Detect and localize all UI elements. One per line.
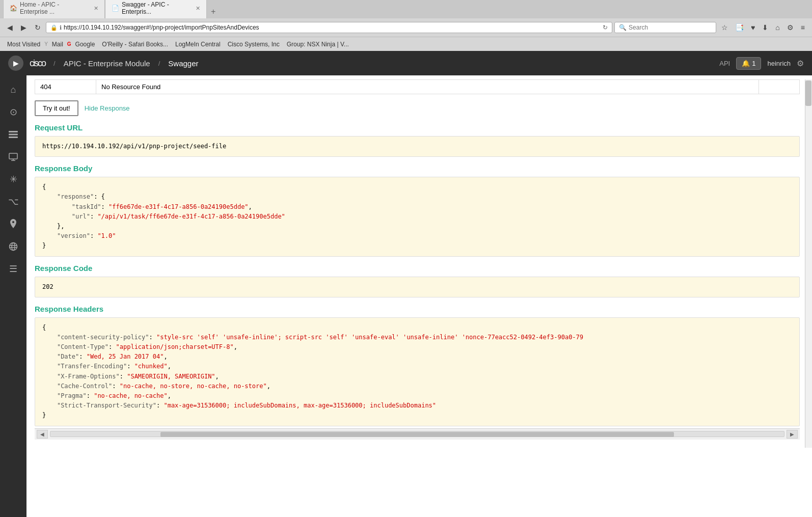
response-headers-title: Response Headers xyxy=(35,305,800,313)
bookmark-google-icon: G xyxy=(67,41,71,47)
search-input[interactable] xyxy=(629,24,710,31)
reload-icon-small[interactable]: ↻ xyxy=(603,24,608,31)
bookmark-cisco[interactable]: Cisco Systems, Inc xyxy=(225,40,283,49)
svg-rect-3 xyxy=(9,153,17,159)
table-cell-code: 404 xyxy=(35,80,96,94)
bookmark-logmein[interactable]: LogMeIn Central xyxy=(172,40,224,49)
sidebar-item-globe[interactable] xyxy=(3,236,23,257)
header-gear-icon[interactable]: ⚙ xyxy=(797,59,804,68)
sidebar-item-asterisk[interactable]: ✳ xyxy=(3,169,23,189)
search-icon: 🔍 xyxy=(619,24,627,31)
header-api-label: API xyxy=(719,60,730,67)
lock-icon: 🔒 xyxy=(50,24,58,31)
table-row: 404 No Resource Found xyxy=(35,80,800,94)
bookmark-oreilly[interactable]: O'Reilly - Safari Books... xyxy=(99,40,171,49)
request-url-box: https://10.194.10.192/api/v1/pnp-project… xyxy=(35,136,800,157)
nav-actions: ☆ 📑 ♥ ⬇ ⌂ ⚙ ≡ xyxy=(718,21,808,34)
scrollbar-thumb[interactable] xyxy=(805,80,811,106)
bookmark-google[interactable]: Google xyxy=(72,40,98,49)
back-button[interactable]: ◀ xyxy=(4,21,16,34)
sidebar-item-list[interactable]: ☰ xyxy=(3,259,23,279)
request-url-title: Request URL xyxy=(35,123,800,132)
header-separator: / xyxy=(53,60,56,67)
header-separator2: / xyxy=(158,60,160,67)
svg-rect-2 xyxy=(9,137,18,138)
tab-swagger-label: Swagger - APIC - Enterpris... xyxy=(122,1,191,15)
download-button[interactable]: ⬇ xyxy=(759,21,771,34)
search-bar-container[interactable]: 🔍 xyxy=(614,22,716,33)
header-swagger-title: Swagger xyxy=(168,59,198,68)
settings-button[interactable]: ⚙ xyxy=(784,21,797,34)
response-body-title: Response Body xyxy=(35,164,800,173)
app-wrapper: ▶ cisco / APIC - Enterprise Module / Swa… xyxy=(0,51,812,517)
response-code-title: Response Code xyxy=(35,264,800,273)
request-url-value: https://10.194.10.192/api/v1/pnp-project… xyxy=(42,143,226,150)
svg-point-8 xyxy=(12,243,15,251)
forward-button[interactable]: ▶ xyxy=(18,21,30,34)
info-icon: ℹ xyxy=(60,24,62,31)
bell-icon: 🔔 xyxy=(742,60,750,67)
sidebar-item-home[interactable]: ⌂ xyxy=(3,79,23,100)
tab-swagger[interactable]: 📄 Swagger - APIC - Enterpris... ✕ xyxy=(105,0,207,18)
response-headers-box: { "content-security-policy": "style-src … xyxy=(35,317,800,426)
tab-home-label: Home - APIC - Enterprise ... xyxy=(20,1,89,15)
sidebar-item-network[interactable]: ⊙ xyxy=(3,102,23,122)
cisco-logo-text: cisco xyxy=(30,58,45,69)
cisco-logo: cisco xyxy=(30,58,45,69)
table-cell-reason: No Resource Found xyxy=(96,80,759,94)
try-it-button[interactable]: Try it out! xyxy=(35,100,78,116)
tab-bar: 🏠 Home - APIC - Enterprise ... ✕ 📄 Swagg… xyxy=(0,0,812,18)
content-area: 404 No Resource Found Try it out! Hide R… xyxy=(26,79,812,448)
sidebar-item-location[interactable] xyxy=(3,214,23,234)
scroll-left-button[interactable]: ◀ xyxy=(37,430,48,439)
horizontal-scrollbar[interactable]: ◀ ▶ xyxy=(35,428,800,440)
new-tab-button[interactable]: + xyxy=(207,5,220,18)
sidebar-item-monitor[interactable] xyxy=(3,147,23,167)
hide-response-link[interactable]: Hide Response xyxy=(85,104,130,112)
tab-swagger-close[interactable]: ✕ xyxy=(196,5,200,12)
bookmarks-bar: Most Visited Y Mail G Google O'Reilly - … xyxy=(0,37,812,51)
url-input[interactable] xyxy=(64,24,601,31)
response-code-value: 202 xyxy=(42,283,53,290)
url-bar[interactable]: 🔒 ℹ ↻ xyxy=(46,22,612,33)
notification-button[interactable]: 🔔 1 xyxy=(736,57,761,70)
table-cell-models xyxy=(759,80,800,94)
reload-button[interactable]: ↻ xyxy=(32,21,44,34)
scroll-thumb-h[interactable] xyxy=(160,432,674,437)
response-code-box: 202 xyxy=(35,277,800,297)
app-body: ⌂ ⊙ ✳ ⌥ ☰ xyxy=(0,75,812,517)
nav-bar: ◀ ▶ ↻ 🔒 ℹ ↻ 🔍 ☆ 📑 ♥ ⬇ ⌂ ⚙ ≡ xyxy=(0,18,812,37)
menu-button[interactable]: ≡ xyxy=(798,21,808,34)
tab-home-close[interactable]: ✕ xyxy=(94,5,98,12)
sidebar-item-branch[interactable]: ⌥ xyxy=(3,192,23,212)
svg-rect-1 xyxy=(9,134,18,135)
response-headers-value: { "content-security-policy": "style-src … xyxy=(42,324,583,419)
scroll-right-button[interactable]: ▶ xyxy=(787,430,798,439)
scrollbar-track[interactable] xyxy=(805,79,812,448)
tab-home-icon: 🏠 xyxy=(10,5,17,12)
sync-button[interactable]: ♥ xyxy=(748,21,758,34)
home-nav-button[interactable]: ⌂ xyxy=(772,21,782,34)
tab-swagger-icon: 📄 xyxy=(112,5,119,12)
try-it-bar: Try it out! Hide Response xyxy=(35,100,800,116)
notif-count: 1 xyxy=(752,60,755,67)
sidebar-toggle-button[interactable]: ▶ xyxy=(8,56,23,71)
app-header: ▶ cisco / APIC - Enterprise Module / Swa… xyxy=(0,51,812,75)
sidebar-item-layers[interactable] xyxy=(3,124,23,145)
bookmark-most-visited[interactable]: Most Visited xyxy=(4,40,43,49)
scroll-track[interactable] xyxy=(50,431,784,437)
svg-point-6 xyxy=(12,221,14,223)
svg-rect-0 xyxy=(9,131,18,132)
main-content[interactable]: 404 No Resource Found Try it out! Hide R… xyxy=(26,75,812,517)
svg-point-7 xyxy=(10,243,17,251)
bookmark-mail[interactable]: Mail xyxy=(49,40,66,49)
header-app-title: APIC - Enterprise Module xyxy=(64,59,150,68)
bookmark-nsx[interactable]: Group: NSX Ninja | V... xyxy=(284,40,352,49)
sidebar: ⌂ ⊙ ✳ ⌥ ☰ xyxy=(0,75,26,517)
response-table: 404 No Resource Found xyxy=(35,79,800,94)
tab-home[interactable]: 🏠 Home - APIC - Enterprise ... ✕ xyxy=(3,0,105,18)
browser-chrome: 🏠 Home - APIC - Enterprise ... ✕ 📄 Swagg… xyxy=(0,0,812,51)
star-button[interactable]: ☆ xyxy=(718,21,731,34)
bookmark-list-button[interactable]: 📑 xyxy=(732,21,747,34)
response-body-brace-open: { "response": { "taskId": "ff6e67de-e31f… xyxy=(42,183,285,249)
